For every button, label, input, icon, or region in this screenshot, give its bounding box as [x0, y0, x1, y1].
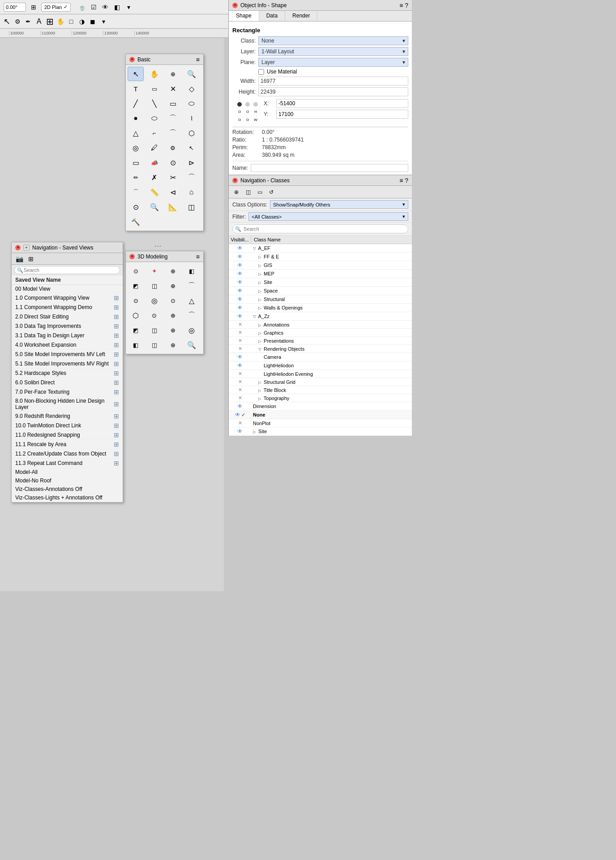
- vis-gis[interactable]: 👁: [229, 261, 251, 269]
- toolbar-teapot-icon[interactable]: 🍵: [77, 2, 87, 12]
- m-tool-1[interactable]: ⊙: [128, 264, 144, 278]
- m-tool-3[interactable]: ⊕: [165, 264, 181, 278]
- saved-views-close-btn[interactable]: ✕: [15, 245, 21, 250]
- vis-graphics[interactable]: ✕: [229, 329, 251, 336]
- point-tc[interactable]: [245, 102, 250, 107]
- tool-offset[interactable]: ⊲: [165, 185, 181, 199]
- tab-render[interactable]: Render: [285, 11, 317, 21]
- sv-item-00[interactable]: 00 Model View: [12, 285, 123, 293]
- filter-select[interactable]: <All Classes> ▾: [248, 212, 408, 221]
- class-row-mep[interactable]: 👁 ▷ MEP: [229, 270, 412, 278]
- tool-measure[interactable]: ⌒: [128, 185, 144, 199]
- sv-item-model-no-roof[interactable]: Model-No Roof: [12, 477, 123, 485]
- sv-item-110[interactable]: 11.0 Redesigned Snapping ⊞: [12, 430, 123, 440]
- tool-ruler[interactable]: 📏: [146, 185, 163, 199]
- angle-input[interactable]: [4, 3, 26, 12]
- tool-arc3[interactable]: ⌒: [184, 170, 200, 185]
- half-circle-icon[interactable]: ◑: [77, 17, 87, 26]
- basic-panel-close-btn[interactable]: ✕: [129, 57, 135, 62]
- class-row-none[interactable]: 👁 ✓ None: [229, 411, 412, 419]
- vis-title-block[interactable]: ✕: [229, 386, 251, 394]
- m-tool-24[interactable]: 🔍: [184, 338, 200, 352]
- hand-tool-icon[interactable]: ✋: [56, 17, 65, 26]
- x-input[interactable]: [276, 99, 408, 108]
- tool-megaphone[interactable]: 📣: [146, 155, 163, 170]
- tool-target[interactable]: ⊕: [165, 67, 181, 81]
- vis-nonplot[interactable]: ✕: [229, 419, 251, 427]
- tool-cross[interactable]: ✕: [165, 82, 181, 96]
- nav-layers-icon[interactable]: ◫: [243, 187, 253, 197]
- nav-classes-close-btn[interactable]: ✕: [232, 178, 238, 183]
- tool-callout[interactable]: ▭: [146, 82, 163, 96]
- tool-paint[interactable]: 🔨: [128, 215, 144, 229]
- basic-panel-menu-btn[interactable]: ≡: [196, 56, 200, 63]
- class-row-site2[interactable]: 👁 ▷ Site: [229, 427, 412, 436]
- point-tl[interactable]: [237, 102, 242, 107]
- class-row-graphics[interactable]: ✕ ▷ Graphics: [229, 329, 412, 337]
- vis-camera[interactable]: 👁: [229, 353, 251, 361]
- sv-item-90[interactable]: 9.0 Redshift Rendering ⊞: [12, 412, 123, 421]
- tab-data[interactable]: Data: [259, 11, 285, 21]
- m-tool-15[interactable]: ⊕: [165, 308, 181, 322]
- vis-site[interactable]: 👁: [229, 278, 251, 286]
- class-row-nonplot[interactable]: ✕ NonPlot: [229, 419, 412, 427]
- tool-spiral[interactable]: ◎: [128, 141, 144, 155]
- nav-refs-icon[interactable]: ↺: [266, 187, 276, 197]
- tool-lasso[interactable]: ⌇: [184, 111, 200, 125]
- object-info-menu-btn[interactable]: ≡ ?: [399, 2, 408, 9]
- tool-pen[interactable]: 🖊: [146, 141, 163, 155]
- tool-circle[interactable]: ●: [128, 111, 144, 125]
- m-tool-16[interactable]: ⌒: [184, 308, 200, 322]
- m-tool-23[interactable]: ⊕: [165, 338, 181, 352]
- m-tool-11[interactable]: ⊙: [165, 293, 181, 308]
- tool-rotate[interactable]: ⊙: [165, 155, 181, 170]
- class-row-walls[interactable]: 👁 ▷ Walls & Openings: [229, 304, 412, 312]
- sv-item-100[interactable]: 10.0 TwinMotion Direct Link ⊞: [12, 421, 123, 430]
- vis-structural[interactable]: 👁: [229, 295, 251, 303]
- sv-item-20[interactable]: 2.0 Direct Stair Editing ⊞: [12, 312, 123, 322]
- m-tool-14[interactable]: ⊙: [146, 308, 163, 322]
- vis-ff-e[interactable]: 👁: [229, 253, 251, 261]
- tool-mirror[interactable]: ⊳: [184, 155, 200, 170]
- sv-item-112[interactable]: 11.2 Create/Update Class from Object ⊞: [12, 449, 123, 459]
- m-tool-22[interactable]: ◫: [146, 338, 163, 352]
- sv-item-viz-lights[interactable]: Viz-Classes-Lights + Annotations Off: [12, 494, 123, 502]
- tool-rect[interactable]: ▭: [165, 96, 181, 111]
- tool-select[interactable]: ↖: [128, 67, 144, 81]
- class-row-gis[interactable]: 👁 ▷ GIS: [229, 261, 412, 270]
- sv-item-50[interactable]: 5.0 Site Model Improvements MV Left ⊞: [12, 350, 123, 359]
- tool-hexagon[interactable]: ⬡: [184, 126, 200, 140]
- class-row-lightheliodon-evening[interactable]: ✕ LightHeliodon Evening: [229, 370, 412, 378]
- class-row-a-ef[interactable]: 👁 ▽ A_EF: [229, 244, 412, 253]
- tool-line[interactable]: ╱: [128, 96, 144, 111]
- vis-lightheliodon-evening[interactable]: ✕: [229, 370, 251, 378]
- sv-item-40[interactable]: 4.0 Worksheet Expansion ⊞: [12, 340, 123, 350]
- nav-classes-menu-btn[interactable]: ≡ ?: [399, 177, 408, 184]
- saved-views-add-btn[interactable]: +: [23, 245, 30, 251]
- filled-rect-icon[interactable]: ◼: [88, 17, 98, 26]
- nav-classes-icon[interactable]: ▭: [255, 187, 265, 197]
- tab-shape[interactable]: Shape: [229, 11, 259, 21]
- sv-item-model-all[interactable]: Model-All: [12, 468, 123, 477]
- sv-item-111[interactable]: 11.1 Rescale by Area ⊞: [12, 440, 123, 449]
- m-tool-4[interactable]: ◧: [184, 264, 200, 278]
- m-tool-7[interactable]: ⊕: [165, 279, 181, 293]
- class-row-ff-e[interactable]: 👁 ▷ FF & E: [229, 253, 412, 261]
- class-row-annotations[interactable]: ✕ ▷ Annotations: [229, 321, 412, 329]
- m-tool-9[interactable]: ⊙: [128, 293, 144, 308]
- m-tool-17[interactable]: ◩: [128, 323, 144, 337]
- sv-item-60[interactable]: 6.0 Solibri Direct ⊞: [12, 378, 123, 387]
- tool-diamond[interactable]: ◇: [184, 82, 200, 96]
- sv-item-viz-ann[interactable]: Viz-Classes-Annotations Off: [12, 485, 123, 494]
- m-tool-8[interactable]: ⌒: [184, 279, 200, 293]
- vis-a-ef[interactable]: 👁: [229, 244, 251, 252]
- vis-rendering[interactable]: ✕: [229, 345, 251, 353]
- classes-list[interactable]: 👁 ▽ A_EF 👁 ▷ FF & E 👁 ▷ GIS 👁 ▷ MEP 👁 ▷ …: [229, 244, 412, 436]
- m-tool-18[interactable]: ◫: [146, 323, 163, 337]
- nav-search-input[interactable]: [232, 224, 408, 233]
- tool-magnifier[interactable]: 🔍: [146, 200, 163, 214]
- pen-tool-icon[interactable]: ✒: [23, 17, 33, 26]
- m-tool-19[interactable]: ⊕: [165, 323, 181, 337]
- tool-text[interactable]: T: [128, 82, 144, 96]
- toolbar-check-icon[interactable]: ☑: [89, 2, 98, 12]
